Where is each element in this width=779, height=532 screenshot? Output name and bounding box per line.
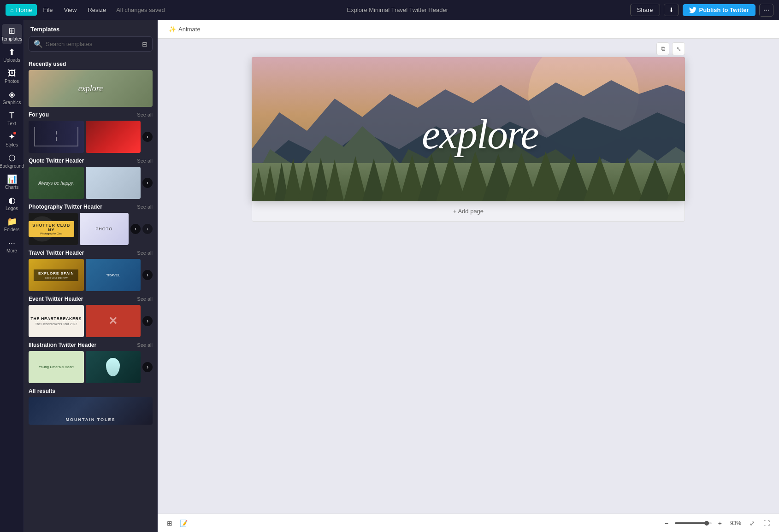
for-you-thumb-2[interactable] — [86, 121, 141, 153]
page-grid-button[interactable]: ⊞ — [165, 518, 174, 529]
expand-canvas-button[interactable]: ⤡ — [672, 42, 685, 55]
mountain-toles-label: MOUNTAIN TOLES — [65, 417, 115, 422]
more-icon: ··· — [8, 239, 15, 247]
recently-used-label: explore — [78, 84, 103, 94]
travel-thumb-2[interactable]: TRAVEL — [86, 259, 141, 291]
photography-see-all[interactable]: See all — [137, 204, 153, 210]
section-recently-used-title: Recently used — [29, 61, 66, 67]
for-you-next-arrow[interactable]: › — [142, 132, 153, 142]
illustration-next-arrow[interactable]: › — [142, 362, 153, 372]
home-button[interactable]: ⌂ Home — [6, 4, 37, 16]
photography-thumb-2[interactable]: PHOTO — [80, 213, 129, 245]
photography-next-arrow[interactable]: › — [130, 224, 141, 234]
photography-row: 📷 SHUTTER CLUB NY Photography Club PHOTO… — [29, 213, 153, 245]
sidebar-item-folders[interactable]: 📁 Folders — [2, 215, 22, 235]
home-icon: ⌂ — [10, 6, 14, 13]
shutter-club-block: SHUTTER CLUB NY Photography Club — [29, 221, 74, 237]
section-all-results-title: All results — [29, 388, 55, 394]
sidebar-item-background[interactable]: ⬡ Background — [2, 151, 22, 171]
view-button[interactable]: View — [59, 4, 82, 16]
section-photography-header: Photography Twitter Header See all — [29, 204, 153, 210]
notes-button[interactable]: 📝 — [178, 518, 189, 529]
fullscreen-button[interactable]: ⛶ — [761, 518, 772, 529]
bottom-left-actions: ⊞ 📝 — [165, 518, 189, 529]
zoom-fill — [675, 522, 709, 524]
sidebar-item-templates[interactable]: ⊞ Templates — [2, 24, 22, 44]
sidebar-item-logos[interactable]: ◐ Logos — [2, 193, 22, 214]
logos-icon: ◐ — [8, 196, 16, 205]
photography-hide-btn[interactable]: ‹ — [142, 224, 153, 234]
zoom-out-button[interactable]: − — [663, 518, 670, 529]
animate-sparkle-icon: ✨ — [169, 26, 176, 33]
section-all-results-header: All results — [29, 388, 153, 394]
event-see-all[interactable]: See all — [137, 296, 153, 302]
share-button[interactable]: Share — [630, 4, 660, 16]
section-event-header: Event Twitter Header See all — [29, 296, 153, 302]
text-icon: T — [9, 111, 14, 120]
illustration-row: Young Emerald Heart › — [29, 351, 153, 383]
quote-row: Always be happy. › — [29, 167, 153, 199]
sidebar-item-charts[interactable]: 📊 Charts — [2, 172, 22, 193]
sidebar-item-photos[interactable]: 🖼 Photos — [2, 66, 22, 87]
illustration-see-all[interactable]: See all — [137, 342, 153, 348]
photos-icon: 🖼 — [8, 69, 16, 77]
file-button[interactable]: File — [39, 4, 58, 16]
resize-button[interactable]: Resize — [83, 4, 111, 16]
event-thumb-1[interactable]: THE HEARTBREAKERS The Heartbreakers Tour… — [29, 305, 84, 337]
document-title: Explore Minimal Travel Twitter Header — [347, 6, 448, 13]
illustration-thumb-2[interactable] — [86, 351, 141, 383]
for-you-thumb-1[interactable] — [29, 121, 84, 153]
publish-button[interactable]: Publish to Twitter — [683, 4, 755, 16]
for-you-see-all[interactable]: See all — [137, 112, 153, 117]
recently-used-thumb[interactable]: explore — [29, 70, 153, 107]
filter-icon[interactable]: ⊟ — [142, 41, 148, 48]
section-illustration-header: Illustration Twitter Header See all — [29, 342, 153, 348]
zoom-slider[interactable] — [675, 522, 712, 524]
sidebar-item-graphics[interactable]: ◈ Graphics — [2, 88, 22, 108]
sidebar-item-text[interactable]: T Text — [2, 109, 22, 129]
animate-button[interactable]: ✨ Animate — [165, 24, 204, 35]
sidebar-item-more[interactable]: ··· More — [2, 236, 22, 256]
quote-next-arrow[interactable]: › — [142, 178, 153, 188]
all-results-thumb-1[interactable]: MOUNTAIN TOLES — [29, 397, 153, 425]
more-options-button[interactable]: ··· — [759, 4, 773, 17]
for-you-row: › — [29, 121, 153, 153]
section-quote-title: Quote Twitter Header — [29, 158, 84, 164]
illustration-thumb-1[interactable]: Young Emerald Heart — [29, 351, 84, 383]
zoom-in-button[interactable]: + — [716, 518, 724, 529]
section-for-you-title: For you — [29, 111, 49, 118]
event-row: THE HEARTBREAKERS The Heartbreakers Tour… — [29, 305, 153, 337]
event-next-arrow[interactable]: › — [142, 316, 153, 326]
quote-see-all[interactable]: See all — [137, 158, 153, 164]
section-event-title: Event Twitter Header — [29, 296, 83, 302]
fit-screen-button[interactable]: ⤢ — [748, 518, 757, 529]
copy-canvas-button[interactable]: ⧉ — [656, 42, 669, 55]
canvas-wrapper: ⧉ ⤡ — [252, 57, 685, 222]
event-thumb-2[interactable]: ✕ — [86, 305, 141, 337]
travel-thumb-1[interactable]: EXPLORE SPAIN Book your trip now — [29, 259, 84, 291]
folders-icon: 📁 — [7, 217, 17, 226]
sidebar-item-styles[interactable]: ✦ Styles — [2, 130, 22, 150]
travel-next-arrow[interactable]: › — [142, 270, 153, 280]
changes-saved-label: All changes saved — [116, 6, 165, 13]
travel-thumb-label: EXPLORE SPAIN — [38, 271, 74, 275]
bottom-bar: ⊞ 📝 − + 93% ⤢ ⛶ — [158, 514, 779, 532]
add-page-button[interactable]: + Add page — [252, 201, 685, 222]
sidebar-item-uploads[interactable]: ⬆ Uploads — [2, 45, 22, 65]
search-input[interactable] — [46, 41, 139, 47]
zoom-thumb — [704, 521, 709, 526]
templates-icon: ⊞ — [8, 27, 15, 35]
top-nav: ⌂ Home File View Resize All changes save… — [0, 0, 779, 20]
canvas-design: explore — [252, 57, 685, 201]
quote-thumb-1[interactable]: Always be happy. — [29, 167, 84, 199]
photography-thumb-1[interactable]: 📷 SHUTTER CLUB NY Photography Club — [29, 213, 78, 245]
quote-thumb-2[interactable] — [86, 167, 141, 199]
bottom-right-controls: − + 93% ⤢ ⛶ — [663, 518, 772, 529]
graphics-icon: ◈ — [9, 90, 15, 99]
travel-see-all[interactable]: See all — [137, 250, 153, 256]
canvas-scroll[interactable]: ⧉ ⤡ — [158, 39, 779, 514]
section-photography-title: Photography Twitter Header — [29, 204, 102, 210]
nav-right-actions: Share ⬇ Publish to Twitter ··· — [630, 4, 773, 17]
explore-text: explore — [422, 111, 538, 158]
download-button[interactable]: ⬇ — [664, 4, 679, 16]
